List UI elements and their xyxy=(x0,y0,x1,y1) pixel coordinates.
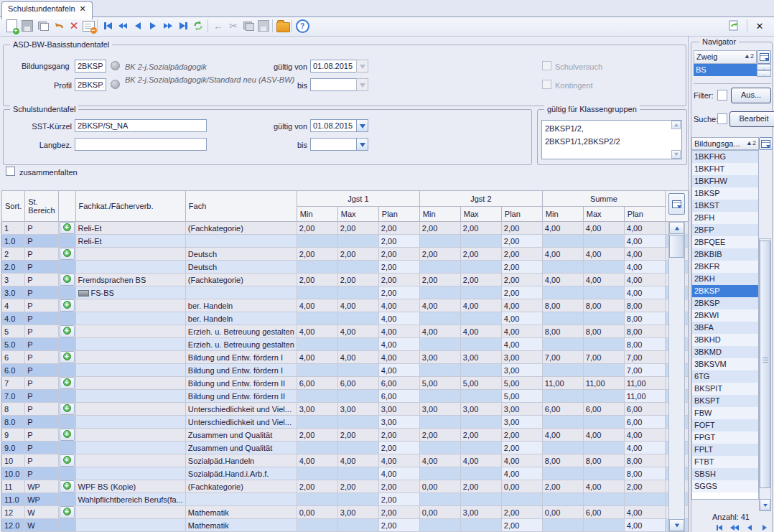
cell-jgst2-plan[interactable]: 2,00 xyxy=(501,222,542,235)
refresh-icon[interactable] xyxy=(191,19,205,33)
cell-bereich[interactable]: P xyxy=(25,235,58,248)
record-fast-prev-icon[interactable] xyxy=(727,521,742,532)
cell-jgst1-plan[interactable]: 2,00 xyxy=(378,519,419,532)
cell-bereich[interactable]: P xyxy=(25,403,58,416)
cell-sort[interactable]: 11.0 xyxy=(2,493,25,506)
cell-summe-min[interactable] xyxy=(542,467,583,480)
cell-jgst1-plan[interactable]: 2,00 xyxy=(378,442,419,454)
open-folder-icon[interactable] xyxy=(276,19,290,33)
bildungsgang-list-item[interactable]: FBW xyxy=(692,407,758,419)
expand-row-button[interactable]: + xyxy=(60,274,75,286)
nav-prev-icon[interactable] xyxy=(131,19,145,33)
cell-jgst2-plan[interactable]: 2,00 xyxy=(501,519,542,532)
scroll-up-icon[interactable] xyxy=(671,121,681,129)
cell-jgst2-plan[interactable]: 4,00 xyxy=(501,299,542,312)
expand-row-button[interactable]: + xyxy=(60,429,75,441)
tab-close-icon[interactable]: ✕ xyxy=(80,4,86,13)
cell-summe-max[interactable]: 6,00 xyxy=(583,403,624,416)
cell-jgst2-max[interactable]: 5,00 xyxy=(460,377,501,390)
cell-jgst1-min[interactable]: 0,00 xyxy=(297,506,337,519)
cell-fachkategorie[interactable] xyxy=(75,338,185,351)
cell-summe-min[interactable] xyxy=(542,338,583,351)
cell-summe-max[interactable] xyxy=(583,286,624,299)
bildungsgang-list-item[interactable]: SBSH xyxy=(692,468,758,480)
delete-record-icon[interactable]: ✕ xyxy=(67,19,81,33)
cell-summe-plan[interactable]: 4,00 xyxy=(624,235,665,248)
cell-summe-max[interactable]: 6,00 xyxy=(583,506,624,519)
cell-bereich[interactable]: P xyxy=(25,312,58,325)
cell-summe-plan[interactable]: 11,00 xyxy=(624,377,665,390)
basis-gueltig-von-field[interactable] xyxy=(310,60,357,73)
cell-sort[interactable]: 11 xyxy=(2,480,25,493)
cell-jgst1-min[interactable] xyxy=(297,467,337,480)
expand-row-button[interactable]: + xyxy=(60,248,75,260)
cell-summe-max[interactable]: 8,00 xyxy=(583,325,624,338)
tab-schulstundentafeln[interactable]: Schulstundentafeln✕ xyxy=(1,1,93,19)
cell-jgst1-plan[interactable]: 4,00 xyxy=(378,325,419,338)
zweig-selected-item[interactable]: BS xyxy=(694,64,757,76)
cell-bereich[interactable]: P xyxy=(25,261,58,274)
cell-summe-plan[interactable]: 8,00 xyxy=(624,299,665,312)
cell-jgst1-min[interactable] xyxy=(297,235,337,248)
cell-fachkategorie[interactable]: FS-BS xyxy=(75,286,185,299)
cell-jgst2-max[interactable]: 3,00 xyxy=(460,403,501,416)
cell-bereich[interactable]: P xyxy=(25,416,58,429)
cell-sort[interactable]: 9.0 xyxy=(2,442,25,454)
cell-fach[interactable]: Bildung und Entw. fördern II xyxy=(185,377,297,390)
cell-fachkategorie[interactable] xyxy=(75,377,185,390)
cell-jgst2-min[interactable]: 0,00 xyxy=(419,480,460,493)
cell-sort[interactable]: 2.0 xyxy=(2,261,25,274)
cell-bereich[interactable]: WP xyxy=(25,493,58,506)
cell-fach[interactable]: Bildung und Entw. fördern I xyxy=(185,364,297,377)
col-header-max[interactable]: Max xyxy=(460,207,501,222)
cell-jgst1-min[interactable] xyxy=(297,390,337,403)
cell-jgst2-max[interactable]: 2,00 xyxy=(460,222,501,235)
cell-sort[interactable]: 4.0 xyxy=(2,312,25,325)
cell-sort[interactable]: 5.0 xyxy=(2,338,25,351)
cell-jgst1-plan[interactable]: 6,00 xyxy=(378,390,419,403)
cell-fachkategorie[interactable] xyxy=(75,364,185,377)
cell-fachkategorie[interactable]: WPF BS (Kopie) xyxy=(75,480,185,493)
col-header-plan[interactable]: Plan xyxy=(501,207,542,222)
bildungsgang-list-item[interactable]: 3BKSVM xyxy=(692,358,758,370)
cell-jgst2-plan[interactable]: 3,00 xyxy=(501,403,542,416)
cell-bereich[interactable]: P xyxy=(25,467,58,480)
cell-summe-plan[interactable]: 8,00 xyxy=(624,454,665,467)
cell-summe-plan[interactable]: 7,00 xyxy=(624,351,665,364)
cell-summe-min[interactable]: 4,00 xyxy=(542,429,583,442)
cell-fach[interactable]: Bildung und Entw. fördern I xyxy=(185,351,297,364)
cell-bereich[interactable]: P xyxy=(25,364,58,377)
cell-fachkategorie[interactable] xyxy=(75,506,185,519)
cell-jgst2-plan[interactable]: 2,00 xyxy=(501,286,542,299)
table-vertical-scrollbar[interactable] xyxy=(668,221,685,532)
cell-jgst2-min[interactable] xyxy=(419,493,460,506)
col-header-sort[interactable]: Sort. xyxy=(2,191,25,222)
cell-jgst1-plan[interactable]: 3,00 xyxy=(378,403,419,416)
cell-fach[interactable]: Unterschiedlichkeit und Viel... xyxy=(185,416,297,429)
cell-sort[interactable]: 5 xyxy=(2,325,25,338)
st-bis-field[interactable] xyxy=(310,138,357,151)
cell-bereich[interactable]: P xyxy=(25,390,58,403)
cell-summe-plan[interactable] xyxy=(624,493,665,506)
cell-jgst2-min[interactable]: 0,00 xyxy=(419,506,460,519)
cell-jgst1-plan[interactable]: 2,00 xyxy=(378,235,419,248)
col-header-bereich[interactable]: St.Bereich xyxy=(25,191,58,222)
cell-fachkategorie[interactable]: Reli-Et xyxy=(75,222,185,235)
cell-fach[interactable]: Erzieh. u. Betreuung gestalten xyxy=(185,338,297,351)
cell-jgst1-min[interactable]: 2,00 xyxy=(297,248,337,261)
cell-jgst2-max[interactable] xyxy=(460,467,501,480)
cell-summe-min[interactable] xyxy=(542,390,583,403)
expand-row-button[interactable]: + xyxy=(60,454,75,467)
cell-summe-max[interactable]: 8,00 xyxy=(583,454,624,467)
bildungsgang-field[interactable] xyxy=(75,60,106,73)
cell-jgst1-plan[interactable]: 4,00 xyxy=(378,364,419,377)
cell-jgst1-max[interactable]: 2,00 xyxy=(337,248,378,261)
cell-fachkategorie[interactable] xyxy=(75,248,185,261)
detach-view-icon[interactable] xyxy=(727,19,741,33)
bildungsgang-list-item[interactable]: FPLT xyxy=(692,444,758,456)
cell-jgst1-plan[interactable]: 2,00 xyxy=(378,493,419,506)
col-group-jgst1[interactable]: Jgst 1 xyxy=(297,191,419,207)
cell-jgst1-plan[interactable]: 2,00 xyxy=(378,274,419,286)
cell-sort[interactable]: 1 xyxy=(2,222,25,235)
cell-jgst1-plan[interactable]: 4,00 xyxy=(378,454,419,467)
